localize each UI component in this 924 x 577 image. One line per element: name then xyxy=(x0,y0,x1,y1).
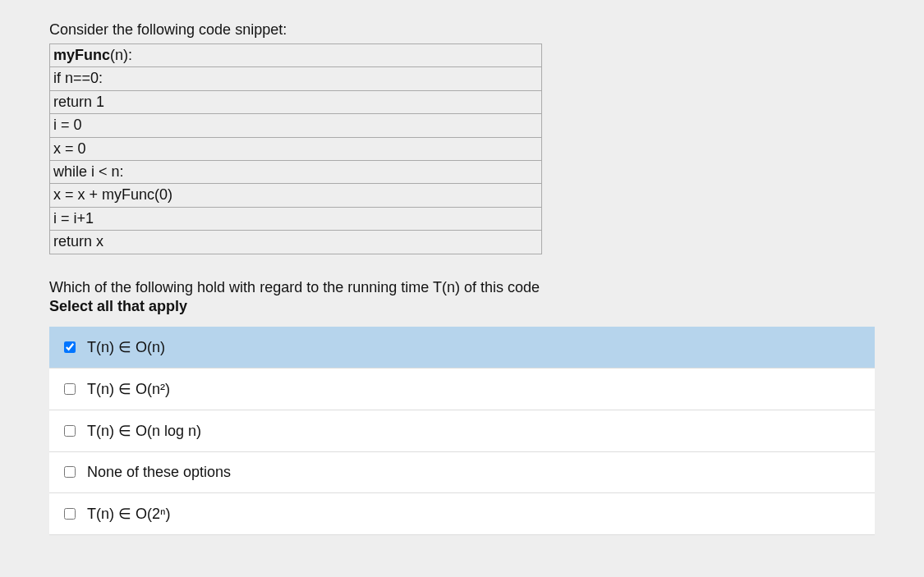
option-5-checkbox[interactable] xyxy=(64,508,76,520)
code-line: return x xyxy=(50,231,542,254)
option-5[interactable]: T(n) ∈ O(2ⁿ) xyxy=(49,493,875,535)
option-2[interactable]: T(n) ∈ O(n²) xyxy=(49,369,875,410)
option-1[interactable]: T(n) ∈ O(n) xyxy=(49,327,875,369)
code-line: x = x + myFunc(0) xyxy=(50,184,542,207)
option-3-label: T(n) ∈ O(n log n) xyxy=(87,422,201,440)
option-2-checkbox[interactable] xyxy=(64,383,76,395)
code-line: if n==0: xyxy=(50,67,542,90)
question-container: Consider the following code snippet: myF… xyxy=(0,0,924,568)
option-5-label: T(n) ∈ O(2ⁿ) xyxy=(87,505,171,523)
option-3[interactable]: T(n) ∈ O(n log n) xyxy=(49,410,875,452)
option-4-checkbox[interactable] xyxy=(64,466,76,478)
prompt-text: Consider the following code snippet: xyxy=(49,21,875,39)
code-line: x = 0 xyxy=(50,137,542,160)
code-line: return 1 xyxy=(50,90,542,113)
option-1-label: T(n) ∈ O(n) xyxy=(87,338,165,356)
option-4[interactable]: None of these options xyxy=(49,452,875,493)
code-snippet-table: myFunc(n): if n==0: return 1 i = 0 x = 0… xyxy=(49,44,542,254)
instruction-text: Select all that apply xyxy=(49,298,875,315)
question-text: Which of the following hold with regard … xyxy=(49,279,875,296)
options-list: T(n) ∈ O(n) T(n) ∈ O(n²) T(n) ∈ O(n log … xyxy=(49,327,875,535)
code-line: myFunc(n): xyxy=(50,44,542,67)
option-1-checkbox[interactable] xyxy=(64,341,76,353)
option-3-checkbox[interactable] xyxy=(64,425,76,437)
code-line: while i < n: xyxy=(50,160,542,183)
fn-name: myFunc xyxy=(53,47,110,63)
option-2-label: T(n) ∈ O(n²) xyxy=(87,380,170,398)
option-4-label: None of these options xyxy=(87,464,231,481)
code-line: i = 0 xyxy=(50,114,542,137)
code-line: i = i+1 xyxy=(50,207,542,230)
